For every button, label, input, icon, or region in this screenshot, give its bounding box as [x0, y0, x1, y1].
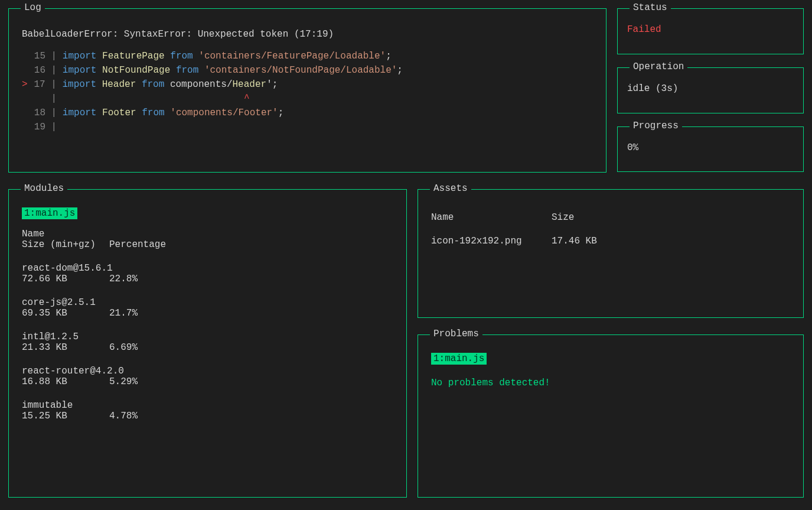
operation-panel-title: Operation [630, 61, 687, 72]
module-row: core-js@2.5.1 69.35 KB21.7% [22, 297, 393, 319]
log-panel-title: Log [21, 2, 45, 13]
asset-row: icon-192x192.png 17.46 KB [431, 236, 790, 246]
assets-panel-title: Assets [430, 183, 471, 194]
status-panel-title: Status [630, 2, 671, 13]
status-panel: Status Failed [617, 8, 804, 54]
problems-message: No problems detected! [431, 378, 790, 388]
code-line-17: >17 | import Header from components/Head… [22, 77, 593, 92]
code-caret-line: | ^ [22, 92, 593, 106]
modules-panel-title: Modules [21, 183, 67, 194]
status-value: Failed [627, 24, 794, 35]
code-line-18: 18 | import Footer from 'components/Foot… [22, 106, 593, 120]
error-caret-icon: ^ [244, 93, 250, 104]
problems-panel: Problems 1:main.js No problems detected! [418, 334, 804, 498]
modules-panel: Modules 1:main.js Name Size (min+gz) Per… [8, 189, 407, 498]
code-line-19: 19 | [22, 120, 593, 134]
problems-panel-title: Problems [430, 329, 482, 339]
progress-panel-title: Progress [630, 121, 682, 131]
assets-panel: Assets Name Size icon-192x192.png 17.46 … [418, 189, 804, 318]
problems-tab-tag[interactable]: 1:main.js [431, 353, 487, 365]
operation-panel: Operation idle (3s) [617, 67, 804, 113]
module-row: react-dom@15.6.1 72.66 KB22.8% [22, 263, 393, 284]
log-panel: Log BabelLoaderError: SyntaxError: Unexp… [8, 8, 606, 173]
assets-header: Name Size [431, 212, 790, 223]
code-line-16: 16 | import NotFoundPage from 'container… [22, 63, 593, 77]
module-row: immutable 15.25 KB4.78% [22, 400, 393, 421]
operation-value: idle (3s) [627, 83, 794, 94]
code-line-15: 15 | import FeaturePage from 'containers… [22, 49, 593, 63]
progress-panel: Progress 0% [617, 126, 804, 172]
modules-header: Name Size (min+gz) Percentage [22, 229, 393, 250]
module-row: react-router@4.2.0 16.88 KB5.29% [22, 366, 393, 387]
log-error-message: BabelLoaderError: SyntaxError: Unexpecte… [22, 29, 593, 40]
progress-value: 0% [627, 142, 794, 153]
modules-tab-tag[interactable]: 1:main.js [22, 207, 77, 219]
module-row: intl@1.2.5 21.33 KB6.69% [22, 332, 393, 353]
